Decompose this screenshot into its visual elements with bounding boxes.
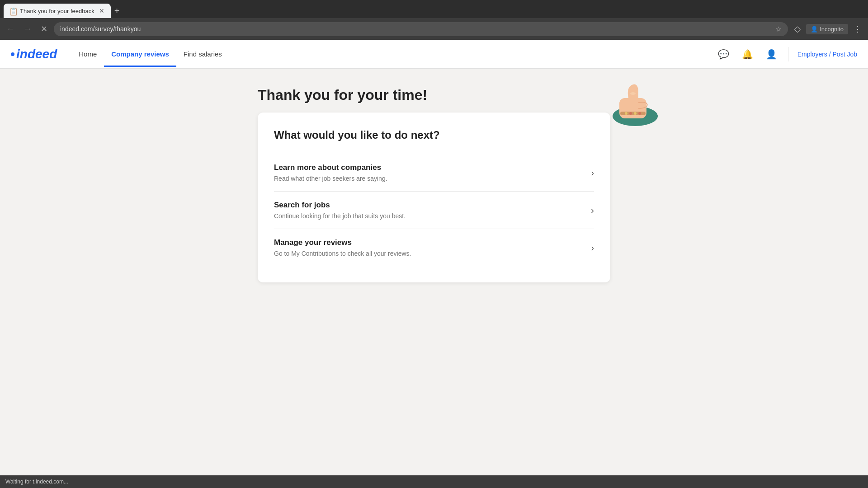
website: indeed Home Company reviews Find salarie… [0,40,868,488]
option-3-desc: Go to My Contributions to check all your… [274,250,411,257]
notifications-button[interactable]: 🔔 [740,47,755,61]
tab-close-button[interactable]: ✕ [98,6,105,15]
option-manage-reviews[interactable]: Manage your reviews Go to My Contributio… [274,229,594,266]
option-3-chevron-icon: › [591,243,594,253]
logo-dot [11,52,14,56]
employers-link[interactable]: Employers / Post Job [797,51,857,58]
extensions-button[interactable]: ◇ [792,22,803,36]
address-text: indeed.com/survey/thankyou [60,25,772,33]
svg-point-5 [634,112,637,115]
new-tab-button[interactable]: + [111,6,123,16]
nav-links: Home Company reviews Find salaries [71,41,716,67]
messages-button[interactable]: 💬 [716,47,731,61]
svg-rect-2 [620,112,646,115]
card-title: What would you like to do next? [274,129,594,141]
nav-divider [788,47,788,61]
option-1-info: Learn more about companies Read what oth… [274,163,387,182]
more-button[interactable]: ⋮ [851,22,864,36]
browser-chrome: 📋 Thank you for your feedback ✕ + ← → ✕ … [0,0,868,40]
status-text: Waiting for t.indeed.com... [5,479,68,485]
option-2-title: Search for jobs [274,201,406,210]
tab-favicon: 📋 [9,7,16,14]
incognito-icon: 👤 [811,26,818,33]
option-search-jobs[interactable]: Search for jobs Continue looking for the… [274,192,594,229]
forward-button[interactable]: → [21,23,34,36]
nav-company-reviews[interactable]: Company reviews [104,41,176,67]
hero-section: Thank you for your time! [258,87,610,103]
option-3-info: Manage your reviews Go to My Contributio… [274,238,411,257]
svg-point-4 [629,112,632,115]
browser-tab-bar: 📋 Thank you for your feedback ✕ + [0,0,868,18]
reload-button[interactable]: ✕ [38,22,50,36]
hero-title: Thank you for your time! [258,87,427,103]
option-1-title: Learn more about companies [274,163,387,172]
thumbs-up-illustration [606,78,665,129]
option-1-desc: Read what other job seekers are saying. [274,175,387,182]
option-learn-companies[interactable]: Learn more about companies Read what oth… [274,154,594,192]
option-2-chevron-icon: › [591,205,594,216]
navbar: indeed Home Company reviews Find salarie… [0,40,868,69]
nav-home[interactable]: Home [71,41,104,67]
browser-tab-active[interactable]: 📋 Thank you for your feedback ✕ [4,4,111,18]
svg-point-6 [638,112,641,115]
browser-controls: ← → ✕ indeed.com/survey/thankyou ☆ ◇ 👤 I… [0,18,868,40]
option-2-desc: Continue looking for the job that suits … [274,212,406,220]
option-2-info: Search for jobs Continue looking for the… [274,201,406,220]
incognito-label: Incognito [820,26,844,33]
address-icons: ☆ [775,25,782,33]
back-button[interactable]: ← [4,23,17,36]
nav-logo[interactable]: indeed [11,47,57,61]
nav-right: 💬 🔔 👤 Employers / Post Job [716,47,857,61]
option-3-title: Manage your reviews [274,238,411,247]
svg-point-3 [625,112,627,115]
address-bar[interactable]: indeed.com/survey/thankyou ☆ [54,22,788,36]
star-icon[interactable]: ☆ [775,25,782,33]
option-1-chevron-icon: › [591,168,594,178]
nav-find-salaries[interactable]: Find salaries [176,41,229,67]
svg-point-7 [630,92,636,95]
profile-button[interactable]: 👤 [764,47,779,61]
logo-text: indeed [16,47,57,61]
options-card: What would you like to do next? Learn mo… [258,113,610,282]
tab-title: Thank you for your feedback [20,8,94,14]
status-bar: Waiting for t.indeed.com... [0,475,868,488]
incognito-badge: 👤 Incognito [806,24,848,34]
thumbs-up-svg [606,78,665,127]
main-content: Thank you for your time! [0,69,868,300]
browser-right-icons: ◇ 👤 Incognito ⋮ [792,22,864,36]
